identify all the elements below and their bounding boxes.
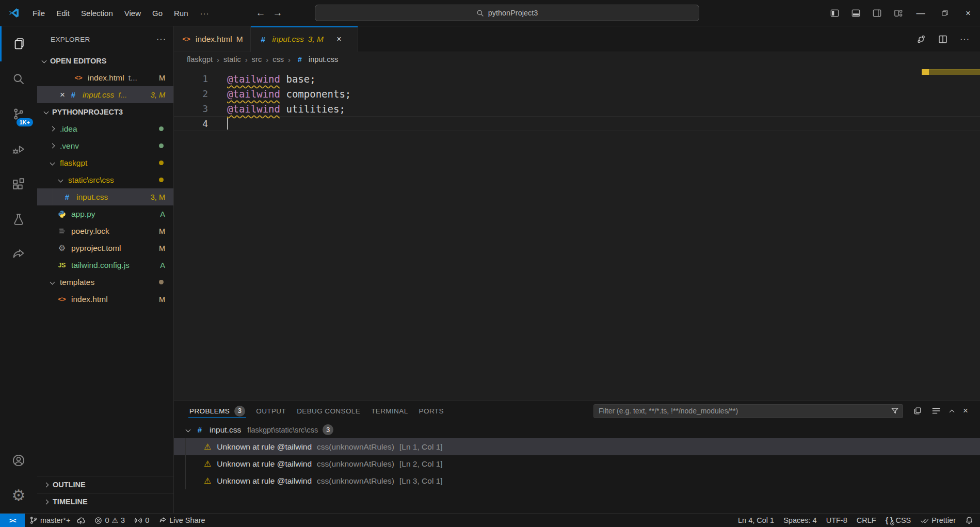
tree-item-flaskgpt[interactable]: flaskgpt [37,154,173,171]
breadcrumb-item[interactable]: flaskgpt [187,55,213,63]
activitybar-source-control[interactable]: 1K+ [0,97,37,132]
at-rule-token: @tailwind [227,88,280,100]
forward-arrow-icon[interactable]: → [273,7,283,19]
menu-view[interactable]: View [119,6,147,21]
toggle-panel-icon[interactable] [845,8,866,18]
breadcrumb-item[interactable]: css [272,55,284,63]
restore-window-button[interactable] [933,0,956,26]
cursor-position-item[interactable]: Ln 4, Col 1 [733,516,779,524]
close-editor-icon[interactable]: × [57,90,68,100]
maximize-panel-icon[interactable] [945,407,958,416]
breadcrumb-separator: › [288,55,291,64]
language-mode-item[interactable]: { } CSS [881,516,916,524]
split-editor-icon[interactable] [933,34,953,44]
braces-icon: { } [886,516,893,524]
live-share-item[interactable]: Live Share [154,514,210,527]
tab-label: index.html [196,35,232,44]
close-panel-icon[interactable]: × [958,406,973,416]
notifications-item[interactable] [960,516,980,524]
activitybar-explorer[interactable] [0,26,37,61]
project-root-header[interactable]: PYTHONPROJECT3 [37,103,173,120]
open-changes-icon[interactable] [911,34,931,44]
breadcrumb-file[interactable]: # input.css [295,55,338,63]
tree-item-templates[interactable]: templates [37,274,173,291]
command-center-search[interactable]: pythonProject3 [315,5,699,21]
tree-item-static-src-css[interactable]: static\src\css [37,171,173,188]
open-editor-input-css[interactable]: × # input.css f... 3, M [37,86,173,103]
view-mode-icon[interactable] [927,406,945,416]
code-editor[interactable]: 1 @tailwindbase; 2 @tailwindcomponents; … [174,67,980,400]
breadcrumb-item[interactable]: static [223,55,241,63]
beaker-icon [11,212,26,227]
menu-go[interactable]: Go [147,6,168,21]
toggle-primary-sidebar-icon[interactable] [824,8,845,18]
open-editor-label: input.css [83,90,114,100]
activitybar-settings[interactable]: ⚙ [0,478,37,513]
activitybar-search[interactable] [0,61,37,97]
tree-item-pyproject-toml[interactable]: ⚙ pyproject.toml M [37,239,173,257]
toggle-secondary-sidebar-icon[interactable] [866,8,888,18]
remote-indicator[interactable]: >< [0,514,25,527]
panel-tab-terminal[interactable]: TERMINAL [370,401,409,421]
git-branch-item[interactable]: master*+ [25,514,90,527]
activitybar-run-debug[interactable] [0,132,37,167]
chevron-right-icon [50,126,55,132]
menu-file[interactable]: File [27,6,51,21]
problem-row[interactable]: ⚠ Unknown at rule @tailwind css(unknownA… [174,472,980,489]
outline-section-header[interactable]: OUTLINE [37,476,173,493]
close-window-button[interactable]: × [956,0,980,26]
minimap-warning-marks[interactable] [922,69,980,75]
open-editor-detail: t... [128,73,137,83]
activitybar-account[interactable] [0,443,37,478]
toml-gear-icon: ⚙ [57,243,67,253]
minimize-window-button[interactable]: — [909,0,933,26]
panel-tab-problems[interactable]: PROBLEMS 3 [188,401,246,421]
menu-more-icon[interactable]: ··· [194,6,216,21]
scm-changes-badge: 1K+ [17,118,34,126]
tree-item-label: templates [60,278,94,287]
tree-item-venv[interactable]: .venv [37,137,173,154]
tab-input-css[interactable]: # input.css 3, M × [251,26,358,52]
problem-row[interactable]: ⚠ Unknown at rule @tailwind css(unknownA… [174,438,980,455]
open-editor-index-html[interactable]: <> index.html t... M [37,69,173,86]
ports-status-item[interactable]: 0 [130,514,154,527]
tree-item-tailwind-config[interactable]: JS tailwind.config.js A [37,257,173,274]
close-tab-icon[interactable]: × [328,35,350,44]
formatter-item[interactable]: Prettier [915,516,960,524]
problems-filter-input[interactable] [599,407,891,415]
open-editors-header[interactable]: OPEN EDITORS [37,52,173,69]
problems-status-item[interactable]: 0 ⚠ 3 [90,514,130,527]
back-arrow-icon[interactable]: ← [256,7,266,19]
activitybar-extensions[interactable] [0,167,37,202]
tree-item-idea[interactable]: .idea [37,120,173,137]
git-status-dot [159,143,164,148]
chevron-right-icon [44,482,49,487]
tree-item-index-html[interactable]: <> index.html M [37,291,173,308]
project-root-label: PYTHONPROJECT3 [52,108,123,116]
problem-row[interactable]: ⚠ Unknown at rule @tailwind css(unknownA… [174,455,980,472]
editor-more-actions-icon[interactable]: ··· [955,35,975,44]
tab-index-html[interactable]: <> index.html M [174,26,251,52]
activitybar-live-share[interactable] [0,237,37,272]
open-editor-detail: f... [118,90,127,100]
menu-selection[interactable]: Selection [75,6,119,21]
tree-item-app-py[interactable]: app.py A [37,205,173,222]
eol-item[interactable]: CRLF [852,516,881,524]
panel-tab-debug-console[interactable]: DEBUG CONSOLE [296,401,361,421]
filter-funnel-icon[interactable] [891,407,899,415]
encoding-item[interactable]: UTF-8 [822,516,852,524]
problems-file-group[interactable]: # input.css flaskgpt\static\src\css 3 [174,421,980,438]
indentation-item[interactable]: Spaces: 4 [779,516,822,524]
breadcrumb-item[interactable]: src [252,55,262,63]
tree-item-poetry-lock[interactable]: poetry.lock M [37,222,173,239]
activitybar-testing[interactable] [0,202,37,237]
menu-edit[interactable]: Edit [51,6,75,21]
customize-layout-icon[interactable] [888,8,909,18]
explorer-more-actions-icon[interactable]: ··· [156,35,166,44]
collapse-all-icon[interactable] [908,406,927,416]
tree-item-input-css[interactable]: # input.css 3, M [37,188,173,205]
menu-run[interactable]: Run [168,6,194,21]
timeline-section-header[interactable]: TIMELINE [37,493,173,510]
panel-tab-ports[interactable]: PORTS [418,401,445,421]
panel-tab-output[interactable]: OUTPUT [255,401,287,421]
